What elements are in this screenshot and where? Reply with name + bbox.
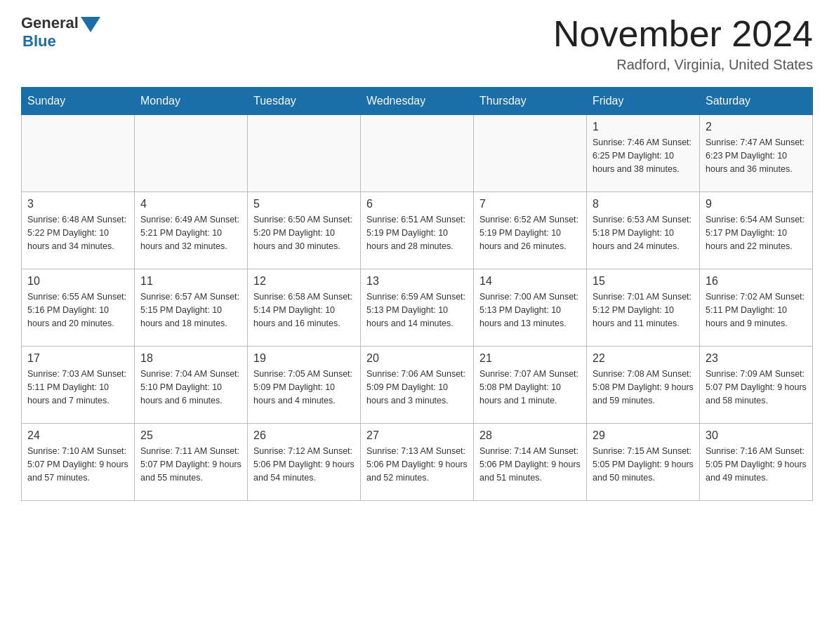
day-number: 13 xyxy=(366,275,468,288)
weekday-header-sunday: Sunday xyxy=(22,88,135,115)
calendar-cell: 22Sunrise: 7:08 AM Sunset: 5:08 PM Dayli… xyxy=(587,347,700,424)
calendar-cell: 24Sunrise: 7:10 AM Sunset: 5:07 PM Dayli… xyxy=(22,424,135,501)
day-info: Sunrise: 6:59 AM Sunset: 5:13 PM Dayligh… xyxy=(366,290,468,330)
day-number: 16 xyxy=(706,275,807,288)
calendar-cell: 25Sunrise: 7:11 AM Sunset: 5:07 PM Dayli… xyxy=(135,424,248,501)
day-number: 7 xyxy=(479,198,581,210)
weekday-header-wednesday: Wednesday xyxy=(361,88,474,115)
calendar-cell: 6Sunrise: 6:51 AM Sunset: 5:19 PM Daylig… xyxy=(361,192,474,269)
calendar-cell xyxy=(474,115,587,192)
calendar-cell: 10Sunrise: 6:55 AM Sunset: 5:16 PM Dayli… xyxy=(22,269,135,347)
calendar-cell: 19Sunrise: 7:05 AM Sunset: 5:09 PM Dayli… xyxy=(248,347,361,424)
day-info: Sunrise: 7:13 AM Sunset: 5:06 PM Dayligh… xyxy=(366,445,468,484)
day-info: Sunrise: 6:50 AM Sunset: 5:20 PM Dayligh… xyxy=(253,213,355,253)
day-info: Sunrise: 7:11 AM Sunset: 5:07 PM Dayligh… xyxy=(140,445,241,484)
calendar-cell: 21Sunrise: 7:07 AM Sunset: 5:08 PM Dayli… xyxy=(474,347,587,424)
calendar-cell: 8Sunrise: 6:53 AM Sunset: 5:18 PM Daylig… xyxy=(587,192,700,269)
calendar-cell: 14Sunrise: 7:00 AM Sunset: 5:13 PM Dayli… xyxy=(474,269,587,347)
calendar-cell: 4Sunrise: 6:49 AM Sunset: 5:21 PM Daylig… xyxy=(135,192,248,269)
logo-general-text: General xyxy=(21,14,79,32)
day-info: Sunrise: 7:04 AM Sunset: 5:10 PM Dayligh… xyxy=(140,368,241,407)
calendar-week-row: 1Sunrise: 7:46 AM Sunset: 6:25 PM Daylig… xyxy=(22,115,813,192)
day-info: Sunrise: 7:01 AM Sunset: 5:12 PM Dayligh… xyxy=(593,290,694,330)
day-number: 21 xyxy=(479,352,581,365)
calendar-cell: 26Sunrise: 7:12 AM Sunset: 5:06 PM Dayli… xyxy=(248,424,361,501)
day-info: Sunrise: 7:08 AM Sunset: 5:08 PM Dayligh… xyxy=(593,368,694,407)
day-info: Sunrise: 7:09 AM Sunset: 5:07 PM Dayligh… xyxy=(706,368,807,407)
calendar-cell xyxy=(135,115,248,192)
day-info: Sunrise: 7:05 AM Sunset: 5:09 PM Dayligh… xyxy=(253,368,355,407)
day-number: 8 xyxy=(593,198,694,210)
day-number: 29 xyxy=(593,429,694,442)
day-number: 30 xyxy=(706,429,807,442)
day-number: 9 xyxy=(706,198,807,210)
day-number: 4 xyxy=(140,198,241,210)
calendar-cell: 9Sunrise: 6:54 AM Sunset: 5:17 PM Daylig… xyxy=(700,192,813,269)
calendar-cell xyxy=(248,115,361,192)
day-number: 18 xyxy=(140,352,241,365)
weekday-header-row: SundayMondayTuesdayWednesdayThursdayFrid… xyxy=(22,88,813,115)
page-subtitle: Radford, Virginia, United States xyxy=(553,57,813,73)
calendar-cell: 5Sunrise: 6:50 AM Sunset: 5:20 PM Daylig… xyxy=(248,192,361,269)
calendar-week-row: 3Sunrise: 6:48 AM Sunset: 5:22 PM Daylig… xyxy=(22,192,813,269)
calendar-cell: 29Sunrise: 7:15 AM Sunset: 5:05 PM Dayli… xyxy=(587,424,700,501)
calendar-cell: 27Sunrise: 7:13 AM Sunset: 5:06 PM Dayli… xyxy=(361,424,474,501)
weekday-header-tuesday: Tuesday xyxy=(248,88,361,115)
calendar-cell: 16Sunrise: 7:02 AM Sunset: 5:11 PM Dayli… xyxy=(700,269,813,347)
calendar-cell: 30Sunrise: 7:16 AM Sunset: 5:05 PM Dayli… xyxy=(700,424,813,501)
day-info: Sunrise: 7:02 AM Sunset: 5:11 PM Dayligh… xyxy=(706,290,807,330)
day-number: 11 xyxy=(140,275,241,288)
day-number: 3 xyxy=(27,198,128,210)
calendar-cell: 7Sunrise: 6:52 AM Sunset: 5:19 PM Daylig… xyxy=(474,192,587,269)
day-number: 17 xyxy=(27,352,128,365)
calendar-cell: 15Sunrise: 7:01 AM Sunset: 5:12 PM Dayli… xyxy=(587,269,700,347)
calendar-week-row: 10Sunrise: 6:55 AM Sunset: 5:16 PM Dayli… xyxy=(22,269,813,347)
calendar-cell: 28Sunrise: 7:14 AM Sunset: 5:06 PM Dayli… xyxy=(474,424,587,501)
day-info: Sunrise: 6:53 AM Sunset: 5:18 PM Dayligh… xyxy=(593,213,694,253)
day-number: 1 xyxy=(593,121,694,133)
day-number: 5 xyxy=(253,198,355,210)
day-info: Sunrise: 6:57 AM Sunset: 5:15 PM Dayligh… xyxy=(140,290,241,330)
calendar-cell: 1Sunrise: 7:46 AM Sunset: 6:25 PM Daylig… xyxy=(587,115,700,192)
day-info: Sunrise: 7:12 AM Sunset: 5:06 PM Dayligh… xyxy=(253,445,355,484)
day-number: 22 xyxy=(593,352,694,365)
day-info: Sunrise: 7:16 AM Sunset: 5:05 PM Dayligh… xyxy=(706,445,807,484)
day-number: 2 xyxy=(706,121,807,133)
page-header: General Blue November 2024 Radford, Virg… xyxy=(21,14,813,73)
calendar-cell: 13Sunrise: 6:59 AM Sunset: 5:13 PM Dayli… xyxy=(361,269,474,347)
day-info: Sunrise: 7:06 AM Sunset: 5:09 PM Dayligh… xyxy=(366,368,468,407)
day-number: 6 xyxy=(366,198,468,210)
calendar-cell: 12Sunrise: 6:58 AM Sunset: 5:14 PM Dayli… xyxy=(248,269,361,347)
calendar-week-row: 24Sunrise: 7:10 AM Sunset: 5:07 PM Dayli… xyxy=(22,424,813,501)
calendar-cell: 2Sunrise: 7:47 AM Sunset: 6:23 PM Daylig… xyxy=(700,115,813,192)
title-block: November 2024 Radford, Virginia, United … xyxy=(553,14,813,73)
day-info: Sunrise: 7:10 AM Sunset: 5:07 PM Dayligh… xyxy=(27,445,128,484)
calendar-cell: 20Sunrise: 7:06 AM Sunset: 5:09 PM Dayli… xyxy=(361,347,474,424)
calendar-cell: 17Sunrise: 7:03 AM Sunset: 5:11 PM Dayli… xyxy=(22,347,135,424)
weekday-header-friday: Friday xyxy=(587,88,700,115)
day-info: Sunrise: 6:52 AM Sunset: 5:19 PM Dayligh… xyxy=(479,213,581,253)
logo: General Blue xyxy=(21,14,100,51)
day-info: Sunrise: 6:49 AM Sunset: 5:21 PM Dayligh… xyxy=(140,213,241,253)
calendar-cell: 3Sunrise: 6:48 AM Sunset: 5:22 PM Daylig… xyxy=(22,192,135,269)
day-info: Sunrise: 7:03 AM Sunset: 5:11 PM Dayligh… xyxy=(27,368,128,407)
day-info: Sunrise: 7:07 AM Sunset: 5:08 PM Dayligh… xyxy=(479,368,581,407)
calendar-cell: 23Sunrise: 7:09 AM Sunset: 5:07 PM Dayli… xyxy=(700,347,813,424)
day-info: Sunrise: 6:54 AM Sunset: 5:17 PM Dayligh… xyxy=(706,213,807,253)
day-number: 12 xyxy=(253,275,355,288)
day-number: 28 xyxy=(479,429,581,442)
calendar-table: SundayMondayTuesdayWednesdayThursdayFrid… xyxy=(21,87,813,501)
day-number: 24 xyxy=(27,429,128,442)
day-info: Sunrise: 7:00 AM Sunset: 5:13 PM Dayligh… xyxy=(479,290,581,330)
calendar-cell xyxy=(361,115,474,192)
day-info: Sunrise: 7:47 AM Sunset: 6:23 PM Dayligh… xyxy=(706,136,807,175)
day-info: Sunrise: 7:14 AM Sunset: 5:06 PM Dayligh… xyxy=(479,445,581,484)
day-number: 19 xyxy=(253,352,355,365)
day-info: Sunrise: 6:55 AM Sunset: 5:16 PM Dayligh… xyxy=(27,290,128,330)
calendar-cell: 11Sunrise: 6:57 AM Sunset: 5:15 PM Dayli… xyxy=(135,269,248,347)
logo-blue-text: Blue xyxy=(22,32,56,51)
logo-triangle-icon xyxy=(81,17,100,32)
day-number: 26 xyxy=(253,429,355,442)
day-info: Sunrise: 7:46 AM Sunset: 6:25 PM Dayligh… xyxy=(593,136,694,175)
weekday-header-thursday: Thursday xyxy=(474,88,587,115)
